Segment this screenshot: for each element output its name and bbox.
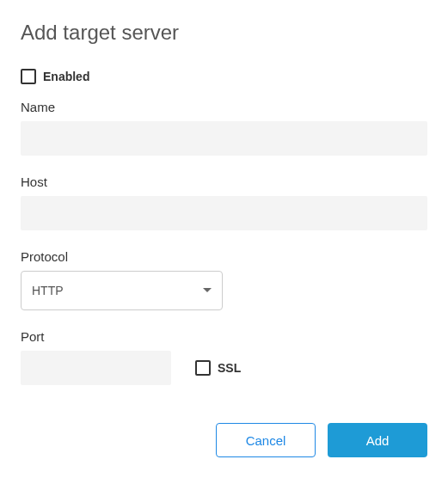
add-button[interactable]: Add — [328, 423, 427, 457]
protocol-select[interactable]: HTTP — [21, 271, 223, 310]
port-field-group: Port SSL — [21, 329, 427, 385]
protocol-label: Protocol — [21, 249, 427, 264]
host-label: Host — [21, 175, 427, 189]
name-field-group: Name — [21, 100, 427, 156]
protocol-value: HTTP — [32, 284, 203, 297]
host-input[interactable] — [21, 196, 427, 230]
enabled-checkbox[interactable] — [21, 69, 36, 84]
protocol-field-group: Protocol HTTP — [21, 249, 427, 310]
port-row: SSL — [21, 351, 427, 385]
host-field-group: Host — [21, 175, 427, 230]
dialog-title: Add target server — [21, 21, 427, 45]
ssl-checkbox[interactable] — [195, 360, 211, 376]
port-label: Port — [21, 329, 427, 344]
ssl-label: SSL — [218, 361, 241, 375]
enabled-checkbox-row: Enabled — [21, 69, 427, 84]
port-input[interactable] — [21, 351, 171, 385]
cancel-button[interactable]: Cancel — [216, 423, 316, 457]
chevron-down-icon — [203, 288, 212, 293]
name-input[interactable] — [21, 121, 427, 156]
name-label: Name — [21, 100, 427, 114]
enabled-label: Enabled — [43, 70, 89, 83]
ssl-checkbox-row: SSL — [195, 360, 241, 376]
button-row: Cancel Add — [21, 423, 427, 457]
